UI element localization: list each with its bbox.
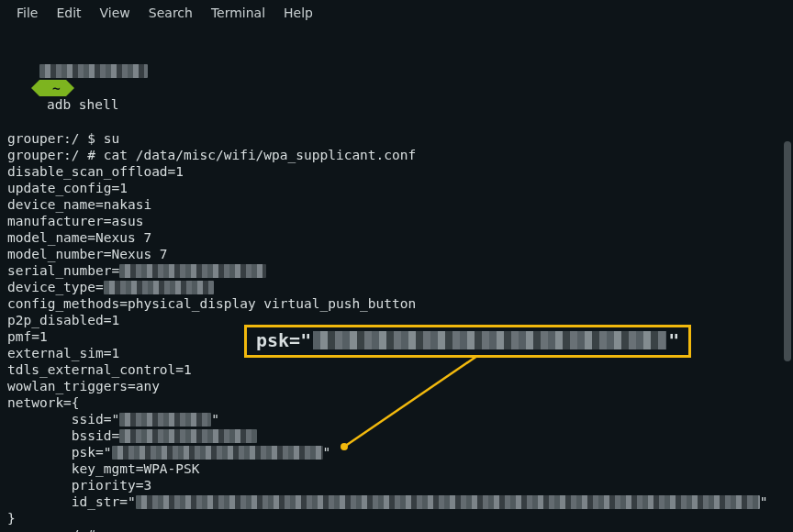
menu-item-help[interactable]: Help — [274, 3, 322, 23]
terminal-line: serial_number= — [7, 262, 786, 279]
terminal-line: model_number=Nexus 7 — [7, 246, 786, 262]
callout-prefix: psk=" — [256, 332, 311, 349]
terminal-line: update_config=1 — [7, 180, 786, 196]
terminal-line-psk: psk="" — [7, 444, 786, 460]
menu-item-edit[interactable]: Edit — [47, 3, 90, 23]
terminal-line: } — [7, 510, 786, 526]
terminal-line: id_str="" — [7, 493, 786, 510]
terminal-line: key_mgmt=WPA-PSK — [7, 460, 786, 477]
command-text: adb shell — [47, 97, 119, 112]
terminal-line: device_type= — [7, 279, 786, 295]
redacted-psk-callout — [313, 331, 666, 349]
redacted-bssid — [119, 429, 257, 443]
annotation-callout-psk: psk="" — [244, 325, 691, 358]
terminal-line: wowlan_triggers=any — [7, 378, 786, 394]
terminal-line: disable_scan_offload=1 — [7, 163, 786, 180]
terminal-line: model_name=Nexus 7 — [7, 229, 786, 246]
menu-item-terminal[interactable]: Terminal — [202, 3, 274, 23]
terminal-line-prompt-end: grouper:/ # — [7, 526, 786, 532]
callout-suffix: " — [668, 332, 679, 349]
prompt-line: ~ adb shell — [7, 46, 786, 130]
terminal-line: grouper:/ $ su — [7, 130, 786, 147]
redacted-device-type — [104, 281, 214, 294]
redacted-user-host — [39, 64, 148, 78]
redacted-psk — [112, 446, 323, 460]
redacted-serial — [119, 264, 266, 278]
redacted-ssid — [119, 413, 211, 427]
menu-item-search[interactable]: Search — [140, 3, 202, 23]
terminal-line: manufacturer=asus — [7, 213, 786, 229]
terminal-line: network={ — [7, 394, 786, 411]
home-symbol: ~ — [52, 81, 61, 95]
scrollbar-thumb[interactable] — [784, 141, 791, 361]
terminal-line: device_name=nakasi — [7, 196, 786, 213]
terminal-line: bssid= — [7, 427, 786, 444]
redacted-id-str — [136, 495, 760, 509]
menu-item-file[interactable]: File — [7, 3, 47, 23]
terminal-line: ssid="" — [7, 411, 786, 427]
terminal-line: grouper:/ # cat /data/misc/wifi/wpa_supp… — [7, 147, 786, 163]
menu-item-view[interactable]: View — [91, 3, 140, 23]
terminal-line: priority=3 — [7, 477, 786, 493]
terminal-area[interactable]: ~ adb shell grouper:/ $ su grouper:/ # c… — [0, 26, 793, 532]
terminal-line: tdls_external_control=1 — [7, 361, 786, 378]
terminal-line: config_methods=physical_display virtual_… — [7, 295, 786, 312]
menu-bar: File Edit View Search Terminal Help — [0, 0, 793, 26]
prompt-arrow-segment: ~ — [39, 80, 66, 96]
